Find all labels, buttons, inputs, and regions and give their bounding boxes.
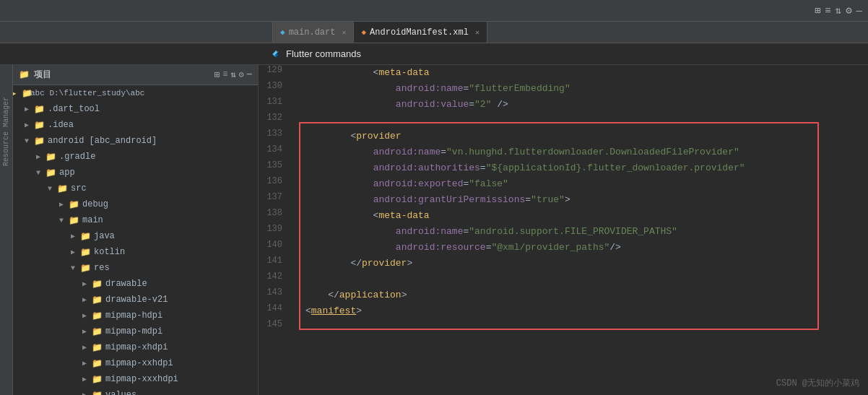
table-row: 139 android:name="android.support.FILE_P…: [259, 224, 868, 240]
line-number: 135: [259, 160, 291, 176]
table-row: 134 android:name="vn.hunghd.flutterdownl…: [259, 144, 868, 160]
folder-icon-drawable-v21: 📁: [91, 294, 103, 305]
sidebar-header: 📁 项目 ⊞ ≡ ⇅ ⚙ —: [13, 65, 258, 85]
tree-item-drawable-v21[interactable]: ▶ 📁 drawable-v21: [13, 292, 258, 308]
folder-icon-mipmap-xhdpi: 📁: [91, 342, 103, 353]
table-row: 131 android:value="2" />: [259, 97, 868, 113]
table-row: 137 android:grantUriPermissions="true">: [259, 192, 868, 208]
top-toolbar: ⊞ ≡ ⇅ ⚙ —: [0, 0, 868, 22]
folder-icon-gradle-hidden: 📁: [45, 151, 56, 162]
dart-icon: ◆: [280, 27, 285, 37]
resource-manager-tab[interactable]: Resource Manager: [1, 94, 11, 169]
toolbar-icon-add[interactable]: ⊞: [815, 4, 820, 17]
table-row: 141 </provider>: [259, 256, 868, 272]
main-content: Resource Manager 📁 项目 ⊞ ≡ ⇅ ⚙ — ▶ 📁 abc …: [0, 65, 868, 395]
code-table: 129 <meta-data 130 android:name="flutter…: [259, 65, 868, 335]
project-root-label: abc D:\flutter_study\abc: [30, 89, 144, 97]
tree-item-idea[interactable]: ▶ 📁 .idea: [13, 117, 258, 133]
folder-icon-java: 📁: [79, 230, 91, 242]
line-number: 141: [259, 256, 291, 272]
folder-icon-drawable: 📁: [91, 278, 103, 290]
tree-item-src[interactable]: ▼ 📁 src: [13, 181, 258, 196]
table-row: 130 android:name="flutterEmbedding": [259, 81, 868, 97]
tree-item-main[interactable]: ▼ 📁 main: [13, 212, 258, 228]
table-row: 133 <provider: [259, 129, 868, 144]
line-number: 139: [259, 224, 291, 240]
table-row: 135 android:authorities="${applicationId…: [259, 160, 868, 176]
tree-item-app[interactable]: ▼ 📁 app: [13, 165, 258, 181]
tab-close-androidmanifest[interactable]: ✕: [475, 28, 479, 37]
line-number: 145: [259, 319, 291, 335]
flutter-icon: [270, 48, 282, 60]
line-number: 144: [259, 303, 291, 319]
line-number: 136: [259, 176, 291, 192]
tree-item-drawable[interactable]: ▶ 📁 drawable: [13, 276, 258, 292]
folder-icon-res: 📁: [79, 262, 91, 274]
table-row: 143 </application>: [259, 287, 868, 303]
editor-area: 129 <meta-data 130 android:name="flutter…: [259, 65, 868, 395]
line-number: 137: [259, 192, 291, 208]
line-number: 143: [259, 287, 291, 303]
toolbar-icon-list[interactable]: ≡: [825, 5, 830, 17]
folder-icon-mipmap-hdpi: 📁: [91, 310, 103, 321]
folder-icon-dart-tool: 📁: [33, 103, 45, 115]
tab-androidmanifest[interactable]: ◆ AndroidManifest.xml ✕: [354, 22, 487, 43]
folder-icon-idea: 📁: [33, 119, 45, 131]
sidebar-toolbar-icon-3[interactable]: ⇅: [230, 69, 235, 80]
line-number: 138: [259, 208, 291, 224]
tree-item-mipmap-xxhdpi[interactable]: ▶ 📁 mipmap-xxhdpi: [13, 355, 258, 371]
table-row: 138 <meta-data: [259, 208, 868, 224]
toolbar-icon-minus[interactable]: —: [856, 5, 862, 17]
folder-icon-app: 📁: [45, 167, 56, 178]
line-number: 142: [259, 272, 291, 287]
toolbar-icon-settings[interactable]: ⚙: [846, 4, 851, 17]
tree-item-mipmap-xhdpi[interactable]: ▶ 📁 mipmap-xhdpi: [13, 339, 258, 355]
folder-icon-kotlin: 📁: [79, 246, 91, 258]
xml-icon: ◆: [361, 27, 366, 37]
flutter-commands-label[interactable]: Flutter commands: [286, 48, 361, 59]
project-root[interactable]: ▶ 📁 abc D:\flutter_study\abc: [13, 85, 258, 101]
table-row: 142: [259, 272, 868, 287]
table-row: 136 android:exported="false": [259, 176, 868, 192]
sidebar-toolbar-icon-1[interactable]: ⊞: [214, 69, 220, 80]
flutter-bar: Flutter commands: [0, 43, 868, 65]
tree-item-mipmap-hdpi[interactable]: ▶ 📁 mipmap-hdpi: [13, 308, 258, 324]
sidebar-toolbar-icon-5[interactable]: —: [247, 69, 252, 80]
table-row: 140 android:resource="@xml/provider_path…: [259, 240, 868, 256]
tree-item-dart-tool[interactable]: ▶ 📁 .dart_tool: [13, 101, 258, 117]
table-row: 132: [259, 113, 868, 129]
tree-item-kotlin[interactable]: ▶ 📁 kotlin: [13, 244, 258, 260]
line-number: 133: [259, 129, 291, 144]
line-number: 140: [259, 240, 291, 256]
tree-item-debug[interactable]: ▶ 📁 debug: [13, 196, 258, 212]
folder-icon-mipmap-xxxhdpi: 📁: [91, 373, 103, 385]
table-row: 145: [259, 319, 868, 335]
sidebar-title: 项目: [34, 69, 51, 81]
toolbar-icon-sort[interactable]: ⇅: [836, 4, 841, 17]
tree-item-java[interactable]: ▶ 📁 java: [13, 228, 258, 244]
sidebar-toolbar-icon-2[interactable]: ≡: [222, 69, 227, 80]
folder-icon-mipmap-mdpi: 📁: [91, 326, 103, 337]
tab-close-main-dart[interactable]: ✕: [342, 28, 346, 37]
folder-icon-android: 📁: [33, 135, 45, 147]
folder-icon-main: 📁: [68, 214, 79, 226]
tab-bar: ◆ main.dart ✕ ◆ AndroidManifest.xml ✕: [0, 22, 868, 43]
line-number: 130: [259, 81, 291, 97]
line-number: 129: [259, 65, 291, 81]
sidebar-toolbar-icon-4[interactable]: ⚙: [239, 69, 244, 80]
far-left-panel: Resource Manager: [0, 65, 13, 395]
watermark: CSDN @无知的小菜鸡: [776, 377, 859, 389]
line-number: 132: [259, 113, 291, 129]
folder-icon-src: 📁: [56, 183, 68, 194]
tree-item-mipmap-xxxhdpi[interactable]: ▶ 📁 mipmap-xxxhdpi: [13, 371, 258, 387]
line-number: 134: [259, 144, 291, 160]
tree-item-gradle-hidden[interactable]: ▶ 📁 .gradle: [13, 149, 258, 165]
tree-item-mipmap-mdpi[interactable]: ▶ 📁 mipmap-mdpi: [13, 324, 258, 339]
tree-item-values[interactable]: ▶ 📁 values: [13, 387, 258, 395]
sidebar: 📁 项目 ⊞ ≡ ⇅ ⚙ — ▶ 📁 abc D:\flutter_study\…: [13, 65, 259, 395]
tree-item-res[interactable]: ▼ 📁 res: [13, 260, 258, 276]
table-row: 129 <meta-data: [259, 65, 868, 81]
tree-item-android[interactable]: ▼ 📁 android [abc_android]: [13, 133, 258, 149]
tab-main-dart[interactable]: ◆ main.dart ✕: [273, 22, 354, 43]
table-row: 144 <manifest>: [259, 303, 868, 319]
